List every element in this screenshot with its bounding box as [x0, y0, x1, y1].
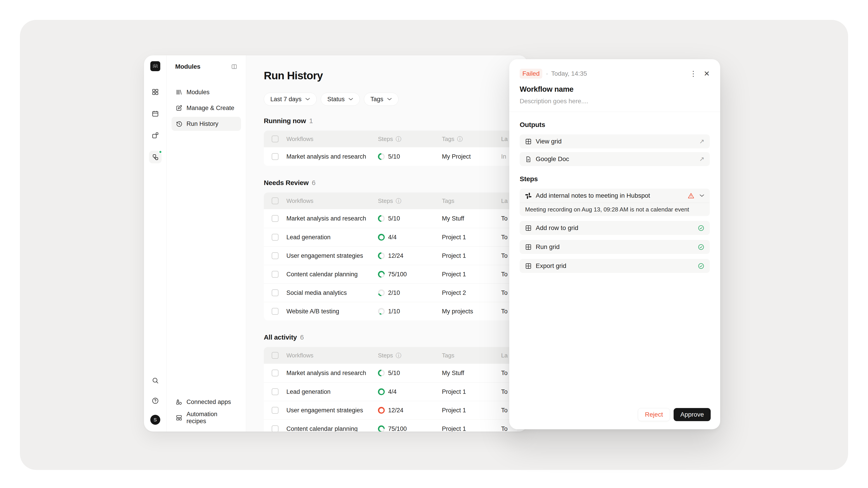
steps-value: 12/24 [388, 407, 403, 414]
close-icon[interactable]: ✕ [704, 69, 710, 78]
collapse-panel-icon[interactable] [231, 64, 237, 70]
info-icon[interactable]: ⓘ [396, 136, 401, 142]
sidebar-item-automation-recipes[interactable]: Automation recipes [172, 411, 241, 425]
info-icon[interactable]: ⓘ [396, 198, 401, 204]
table-row[interactable]: Lead generation4/4Project 1To [264, 228, 517, 246]
workflow-name-cell: Website A/B testing [286, 308, 378, 315]
chevron-down-icon [387, 98, 392, 101]
table-row[interactable]: User engagement strategies12/24Project 1… [264, 401, 517, 419]
progress-ring-hole [379, 155, 383, 159]
table-row[interactable]: Lead generation4/4Project 1To [264, 382, 517, 401]
rail-search-button[interactable] [149, 374, 162, 387]
row-checkbox-cell [264, 289, 286, 296]
run-table-section: Needs Review6WorkflowsStepsⓘTagsLaMarket… [264, 179, 517, 320]
workflow-name-cell: Content calendar planning [286, 425, 378, 432]
sidebar-item-run-history[interactable]: Run History [172, 117, 241, 131]
row-checkbox[interactable] [272, 308, 278, 315]
table-row[interactable]: Market analysis and research5/10My Proje… [264, 147, 517, 166]
kebab-menu-icon[interactable]: ⋮ [690, 69, 697, 78]
table-row[interactable]: Social media analytics2/10Project 2To [264, 283, 517, 302]
step-add-row-to-grid[interactable]: Add row to grid [520, 221, 710, 235]
row-checkbox-cell [264, 153, 286, 160]
table-row[interactable]: Market analysis and research5/10My Stuff… [264, 364, 517, 382]
row-checkbox[interactable] [272, 407, 278, 414]
tag-cell: Project 1 [442, 252, 501, 259]
row-checkbox[interactable] [272, 425, 278, 431]
row-checkbox-cell [264, 308, 286, 315]
row-checkbox[interactable] [272, 388, 278, 395]
row-checkbox[interactable] [272, 252, 278, 259]
table-row[interactable]: User engagement strategies12/24Project 1… [264, 246, 517, 265]
output-view-grid[interactable]: View grid↗ [520, 134, 710, 149]
info-icon[interactable]: ⓘ [396, 353, 401, 358]
sidebar-item-manage-create[interactable]: Manage & Create [172, 101, 241, 115]
success-check-icon [698, 225, 704, 231]
rail-help-button[interactable] [149, 394, 162, 407]
workflow-name-cell: Market analysis and research [286, 369, 378, 377]
row-checkbox[interactable] [272, 153, 278, 160]
step-add-internal-notes-to-meeting-in-hubspot[interactable]: Add internal notes to meeting in Hubspot [520, 189, 710, 203]
workflow-name-cell: Market analysis and research [286, 153, 378, 160]
tag-cell: Project 2 [442, 289, 501, 296]
column-header-label: Tags [442, 352, 454, 359]
filter-status[interactable]: Status [321, 93, 360, 106]
row-checkbox-cell [264, 234, 286, 240]
step-label: Add row to grid [536, 224, 578, 232]
avatar[interactable]: S [150, 415, 160, 425]
grid-icon [525, 263, 532, 269]
column-header-label: Tags [442, 197, 454, 204]
grid-icon [525, 244, 532, 250]
table-row[interactable]: Market analysis and research5/10My Stuff… [264, 209, 517, 228]
step-status [698, 263, 704, 269]
row-checkbox-cell [264, 407, 286, 414]
select-all-checkbox[interactable] [272, 197, 278, 204]
step-card: Run grid [520, 240, 710, 254]
table-row[interactable]: Content calendar planning75/100Project 1… [264, 265, 517, 283]
info-icon[interactable]: ⓘ [457, 136, 463, 142]
progress-ring-hole [379, 408, 383, 413]
select-all-checkbox[interactable] [272, 352, 278, 359]
workflow-name-cell: Content calendar planning [286, 271, 378, 278]
sidebar-item-label: Manage & Create [186, 105, 235, 111]
row-checkbox[interactable] [272, 289, 278, 296]
section-title: Needs Review [264, 179, 309, 187]
approve-button[interactable]: Approve [674, 408, 711, 421]
rail-item-workflows[interactable] [149, 151, 162, 163]
row-checkbox[interactable] [272, 271, 278, 278]
bars-icon [176, 89, 182, 96]
workflow-title: Workflow name [520, 85, 710, 94]
steps-cell: 12/24 [378, 252, 442, 259]
row-checkbox[interactable] [272, 234, 278, 240]
table-row[interactable]: Content calendar planning75/100Project 1… [264, 419, 517, 431]
rail-item-calendar[interactable] [149, 107, 162, 120]
icon-rail: S [144, 55, 166, 431]
open-external-icon[interactable]: ↗ [699, 138, 704, 145]
step-run-grid[interactable]: Run grid [520, 240, 710, 254]
sidebar-item-connected-apps[interactable]: Connected apps [172, 395, 241, 409]
table-row[interactable]: Website A/B testing1/10My projectsTo [264, 302, 517, 320]
sidebar-item-modules[interactable]: Modules [172, 85, 241, 99]
output-google-doc[interactable]: Google Doc↗ [520, 152, 710, 166]
reject-button[interactable]: Reject [638, 408, 670, 421]
row-checkbox[interactable] [272, 215, 278, 222]
step-export-grid[interactable]: Export grid [520, 259, 710, 273]
app-logo[interactable] [150, 61, 160, 71]
help-icon [152, 397, 159, 404]
step-status [698, 225, 704, 231]
rail-item-modules[interactable] [149, 129, 162, 142]
filter-last-7-days[interactable]: Last 7 days [264, 93, 317, 106]
table-header-row: WorkflowsStepsⓘTagsLa [264, 347, 517, 364]
chevron-down-icon [305, 98, 310, 101]
progress-ring [378, 252, 385, 259]
row-checkbox[interactable] [272, 369, 278, 377]
rail-item-apps[interactable] [149, 86, 162, 98]
tag-cell: Project 1 [442, 271, 501, 278]
filter-label: Last 7 days [270, 96, 302, 103]
open-external-icon[interactable]: ↗ [699, 156, 704, 163]
filter-tags[interactable]: Tags [364, 93, 399, 106]
progress-ring [378, 153, 385, 160]
header-checkbox-cell [264, 352, 286, 359]
select-all-checkbox[interactable] [272, 135, 278, 142]
progress-ring [378, 425, 385, 431]
section-header: Running now1 [264, 117, 517, 125]
